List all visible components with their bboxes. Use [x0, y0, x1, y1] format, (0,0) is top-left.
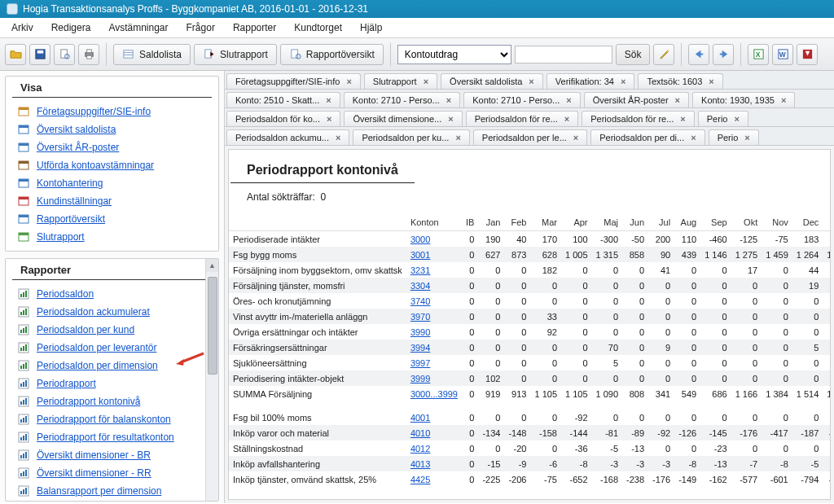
close-icon[interactable]: ×	[326, 95, 331, 105]
search-button[interactable]: Sök	[616, 44, 651, 65]
search-input[interactable]	[515, 46, 612, 64]
rapporter-item[interactable]: Periodrapport för resultatkonton	[9, 428, 215, 446]
konto-link[interactable]: 3304	[410, 281, 430, 291]
konto-link[interactable]: 3997	[410, 358, 430, 368]
visa-link[interactable]: Översikt ÅR-poster	[37, 142, 119, 153]
visa-link[interactable]: Företagsuppgifter/SIE-info	[37, 106, 151, 117]
tab[interactable]: Konto: 2510 - Skatt...×	[226, 92, 340, 107]
close-icon[interactable]: ×	[446, 95, 451, 105]
rapporter-item[interactable]: Periodsaldon per dimension	[9, 357, 215, 375]
konto-link[interactable]: 3990	[410, 327, 430, 337]
tab[interactable]: Företagsuppgifter/SIE-info×	[226, 73, 361, 89]
konto-link[interactable]: 4013	[410, 459, 430, 469]
export-pdf-button[interactable]	[797, 44, 818, 65]
visa-item[interactable]: Rapportöversikt	[9, 210, 215, 228]
visa-item[interactable]: Översikt ÅR-poster	[9, 138, 215, 156]
rapporter-item[interactable]: Periodrapport för balanskonton	[9, 410, 215, 428]
close-icon[interactable]: ×	[448, 114, 453, 124]
menu-kundtorget[interactable]: Kundtorget	[288, 20, 349, 35]
visa-item[interactable]: Slutrapport	[9, 228, 215, 246]
visa-link[interactable]: Kontohantering	[37, 177, 103, 189]
nav-fwd-button[interactable]	[713, 44, 734, 65]
tab[interactable]: Periodsaldon för ko...×	[226, 111, 340, 126]
export-word-button[interactable]: W	[772, 44, 793, 65]
scroll-up-icon[interactable]: ▲	[206, 259, 218, 272]
konto-link[interactable]: 4012	[410, 444, 430, 454]
close-icon[interactable]: ×	[709, 77, 713, 86]
visa-link[interactable]: Slutrapport	[37, 231, 85, 243]
tab[interactable]: Konto: 2710 - Perso...×	[344, 92, 460, 107]
konto-link[interactable]: 4425	[410, 475, 430, 484]
konto-link[interactable]: 3000	[410, 234, 430, 244]
tab[interactable]: Periodsaldon per ku...×	[353, 129, 469, 145]
konto-link[interactable]: 3231	[410, 265, 430, 275]
tab[interactable]: Periodsaldon per di...×	[590, 129, 705, 145]
close-icon[interactable]: ×	[529, 77, 533, 86]
rapporter-link[interactable]: Periodrapport för resultatkonton	[37, 432, 174, 443]
tab[interactable]: Översikt saldolista×	[441, 73, 543, 89]
konto-link[interactable]: 4010	[410, 428, 430, 438]
rapporter-link[interactable]: Översikt dimensioner - BR	[37, 449, 151, 461]
rapporter-item[interactable]: Balansrapport per dimension	[9, 482, 215, 500]
tab[interactable]: Perio×	[709, 129, 759, 145]
tab[interactable]: Periodsaldon ackumu...×	[226, 129, 349, 145]
konto-link[interactable]: 3740	[410, 296, 430, 306]
menu-redigera[interactable]: Redigera	[45, 20, 98, 35]
close-icon[interactable]: ×	[781, 95, 786, 105]
saldolista-button[interactable]: Saldolista	[113, 44, 191, 65]
close-icon[interactable]: ×	[680, 114, 685, 124]
visa-link[interactable]: Översikt saldolista	[37, 124, 116, 135]
export-excel-button[interactable]: X	[748, 44, 769, 65]
close-icon[interactable]: ×	[691, 133, 696, 142]
tab[interactable]: Konto: 2710 - Perso...×	[463, 92, 580, 107]
tab[interactable]: Översikt dimensione...×	[344, 111, 462, 126]
rapporter-item[interactable]: Periodsaldon	[9, 285, 215, 303]
visa-link[interactable]: Kundinställningar	[37, 195, 112, 207]
tab[interactable]: Översikt ÅR-poster×	[584, 92, 689, 107]
tab[interactable]: Periodsaldon för re...×	[466, 111, 579, 126]
rapporter-item[interactable]: Periodsaldon ackumulerat	[9, 303, 215, 321]
visa-link[interactable]: Rapportöversikt	[37, 213, 105, 225]
close-icon[interactable]: ×	[336, 133, 340, 142]
visa-item[interactable]: Översikt saldolista	[9, 121, 215, 138]
visa-item[interactable]: Företagsuppgifter/SIE-info	[9, 103, 215, 121]
magic-button[interactable]	[653, 44, 674, 65]
konto-link[interactable]: 4001	[410, 413, 430, 423]
sidebar-scrollbar[interactable]: ▲	[205, 259, 218, 501]
tab[interactable]: Konto: 1930, 1935×	[692, 92, 795, 107]
save-button[interactable]	[29, 44, 50, 65]
rapportoversikt-button[interactable]: Rapportöversikt	[280, 44, 384, 65]
print-button[interactable]	[78, 44, 99, 65]
rapporter-item[interactable]: Periodrapport kontonivå	[9, 392, 215, 410]
preview-button[interactable]	[54, 44, 75, 65]
visa-item[interactable]: Kontohantering	[9, 174, 215, 192]
nav-back-button[interactable]	[688, 44, 709, 65]
visa-link[interactable]: Utförda kontoavstämningar	[37, 160, 154, 171]
close-icon[interactable]: ×	[327, 114, 331, 124]
rapporter-link[interactable]: Periodrapport för balanskonton	[37, 414, 171, 425]
konto-link[interactable]: 3970	[410, 312, 430, 322]
close-icon[interactable]: ×	[621, 77, 626, 86]
rapporter-link[interactable]: Periodrapport	[37, 378, 96, 389]
tab[interactable]: Perio×	[698, 111, 748, 126]
close-icon[interactable]: ×	[346, 77, 351, 86]
rapporter-link[interactable]: Periodsaldon per kund	[37, 324, 134, 335]
visa-item[interactable]: Kundinställningar	[9, 192, 215, 210]
rapporter-item[interactable]: Översikt dimensioner - BR	[9, 446, 215, 464]
tab[interactable]: Slutrapport×	[364, 73, 437, 89]
tab[interactable]: Periodsaldon per le...×	[473, 129, 587, 145]
tab[interactable]: Textsök: 1603×	[638, 73, 722, 89]
rapporter-item[interactable]: Översikt dimensioner - RR	[9, 464, 215, 482]
tab[interactable]: Periodsaldon för re...×	[582, 111, 695, 126]
view-select[interactable]: Kontoutdrag	[397, 45, 511, 64]
menu-hjalp[interactable]: Hjälp	[353, 20, 388, 35]
slutrapport-button[interactable]: Slutrapport	[194, 44, 277, 65]
konto-link[interactable]: 3994	[410, 343, 430, 353]
open-button[interactable]	[5, 44, 26, 65]
konto-link[interactable]: 3999	[410, 374, 430, 383]
close-icon[interactable]: ×	[424, 77, 428, 86]
menu-avstamningar[interactable]: Avstämningar	[102, 20, 174, 35]
konto-link[interactable]: 3000...3999	[410, 389, 458, 399]
close-icon[interactable]: ×	[455, 133, 460, 142]
rapporter-link[interactable]: Översikt dimensioner - RR	[37, 467, 151, 479]
